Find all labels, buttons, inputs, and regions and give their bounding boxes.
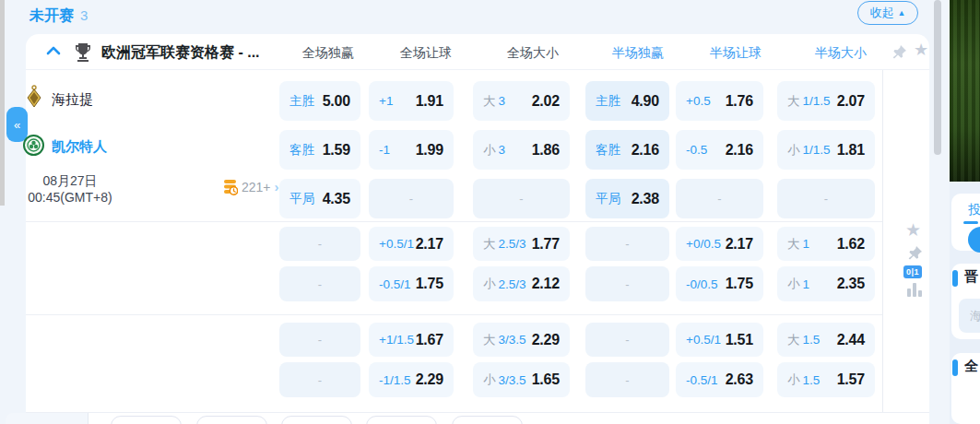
odds-cell[interactable]: +1/1.51.67 — [369, 323, 454, 357]
odds-cell[interactable]: 小31.86 — [473, 130, 570, 170]
odds-cell[interactable]: 小3/3.51.65 — [473, 362, 570, 397]
page-scrollbar-left[interactable] — [0, 0, 5, 206]
favorite-match-star-icon[interactable]: ★ — [905, 221, 921, 240]
odds-cell[interactable]: 平局2.38 — [585, 179, 669, 218]
odds-selection-label: 平局 — [596, 191, 620, 207]
status-tab-not-started[interactable]: 未开赛3 — [30, 6, 88, 26]
odds-selection-label: +0.5 — [686, 94, 711, 108]
handicap-label: +0/0.5 — [686, 237, 721, 251]
over-under-label: 小 — [787, 142, 800, 159]
odds-cell[interactable]: 大3/3.52.29 — [473, 323, 570, 357]
odds-value: 1.75 — [726, 276, 753, 292]
column-header: 全场独赢 — [273, 45, 384, 62]
odds-cell-empty: - — [369, 179, 454, 218]
more-markets-count: 221+ — [242, 180, 271, 194]
odds-cell[interactable]: -0/0.51.75 — [676, 266, 763, 301]
odds-cell[interactable]: 大1/1.52.07 — [777, 81, 875, 121]
odds-cell[interactable]: +0.5/12.17 — [369, 227, 454, 261]
odds-cell[interactable]: +0/0.52.17 — [676, 227, 763, 261]
odds-selection-label: -1/1.5 — [379, 373, 411, 387]
pin-match-icon[interactable] — [906, 245, 923, 262]
odds-cell-empty: - — [279, 227, 360, 261]
chevron-right-icon: › — [275, 181, 279, 194]
market-chip[interactable] — [111, 416, 182, 424]
pin-league-icon[interactable] — [891, 44, 907, 61]
handicap-label: 平局 — [596, 191, 620, 207]
grid-right-divider — [882, 70, 883, 412]
odds-value: 1.91 — [416, 93, 443, 110]
market-chip[interactable] — [196, 416, 267, 424]
handicap-label: 1.5 — [803, 333, 821, 347]
market-chip[interactable] — [281, 416, 352, 424]
odds-cell[interactable]: 客胜1.59 — [279, 130, 360, 170]
market-chip[interactable] — [452, 416, 523, 424]
odds-cell[interactable]: -0.52.16 — [676, 130, 763, 170]
odds-selection-label: -0.5/1 — [379, 277, 411, 291]
handicap-label: -0.5/1 — [379, 277, 411, 291]
favorite-league-star-icon[interactable]: ★ — [914, 41, 928, 59]
market-chip[interactable] — [366, 416, 437, 424]
odds-selection-label: +1 — [379, 94, 393, 108]
odds-cell-empty: - — [585, 266, 669, 301]
handicap-label: 2.5/3 — [499, 237, 526, 251]
odds-cell-empty: - — [279, 323, 360, 357]
chevron-up-icon[interactable] — [46, 45, 61, 56]
market-option-button[interactable]: 海 — [959, 299, 980, 333]
odds-cell[interactable]: -11.99 — [369, 130, 454, 170]
chart-bar — [907, 289, 911, 297]
odds-selection-label: -0.5 — [686, 143, 707, 157]
column-header: 全场大小 — [478, 45, 588, 62]
odds-panel-scrollbar[interactable] — [934, 0, 941, 155]
odds-selection-label: -1 — [379, 143, 390, 157]
odds-value: 1.77 — [532, 236, 560, 253]
over-under-label: 小 — [787, 276, 800, 292]
more-markets-link[interactable]: 221+ › — [222, 179, 279, 195]
odds-cell-empty: - — [676, 179, 763, 218]
odds-selection-label: +0/0.5 — [686, 237, 721, 251]
handicap-label: -0.5 — [686, 143, 707, 157]
odds-cell[interactable]: +11.91 — [369, 81, 454, 121]
odds-cell[interactable]: 小1/1.51.81 — [777, 130, 875, 170]
over-under-label: 小 — [483, 371, 496, 388]
odds-selection-label: +1/1.5 — [379, 333, 414, 347]
handicap-label: 3/3.5 — [499, 333, 526, 347]
odds-cell[interactable]: -1/1.52.29 — [369, 362, 454, 397]
odds-cell[interactable]: 大32.02 — [473, 81, 570, 121]
handicap-label: 1 — [803, 277, 810, 291]
handicap-label: 1.5 — [803, 373, 821, 387]
stats-chart-icon[interactable] — [907, 283, 924, 297]
handicap-label: +0.5 — [686, 94, 711, 108]
odds-cell[interactable]: 平局4.35 — [279, 179, 360, 218]
odds-cell[interactable]: -0.5/11.75 — [369, 266, 454, 301]
away-team-name[interactable]: 凯尔特人 — [52, 138, 107, 156]
home-team-name[interactable]: 海拉提 — [52, 91, 93, 109]
odds-cell[interactable]: 大2.5/31.77 — [473, 227, 570, 261]
odds-cell[interactable]: 主胜5.00 — [279, 81, 360, 121]
odds-value: 2.35 — [837, 276, 865, 292]
betslip-tab[interactable]: 投 — [968, 202, 980, 218]
odds-cell[interactable]: 小1.51.57 — [777, 362, 875, 397]
odds-selection-label: -0/0.5 — [686, 277, 718, 291]
dash-placeholder: - — [318, 373, 322, 387]
score-toggle-icon[interactable]: 0|1 — [903, 265, 922, 278]
odds-cell[interactable]: +0.5/11.51 — [676, 323, 763, 357]
odds-cell[interactable]: -0.5/12.63 — [676, 362, 763, 397]
odds-cell[interactable]: 小2.5/32.12 — [473, 266, 570, 301]
over-under-label: 大 — [483, 332, 496, 348]
odds-cell[interactable]: 大11.62 — [777, 227, 875, 261]
market-option-label: 海 — [970, 308, 980, 324]
match-time: 00:45(GMT+8) — [7, 190, 133, 205]
handicap-label: -1/1.5 — [379, 373, 411, 387]
odds-cell[interactable]: 大1.52.44 — [777, 323, 875, 357]
over-under-label: 大 — [787, 332, 800, 348]
odds-cell[interactable]: 主胜4.90 — [585, 81, 669, 121]
handicap-label: 平局 — [289, 191, 314, 207]
odds-cell[interactable]: +0.51.76 — [676, 81, 763, 121]
handicap-label: 1/1.5 — [803, 94, 831, 108]
collapse-button[interactable]: 收起 ▲ — [857, 1, 918, 25]
odds-cell-empty: - — [585, 227, 669, 261]
odds-cell[interactable]: 小12.35 — [777, 266, 875, 301]
odds-cell-empty: - — [279, 266, 360, 301]
odds-cell[interactable]: 客胜2.16 — [585, 130, 669, 170]
dash-placeholder: - — [318, 277, 322, 291]
